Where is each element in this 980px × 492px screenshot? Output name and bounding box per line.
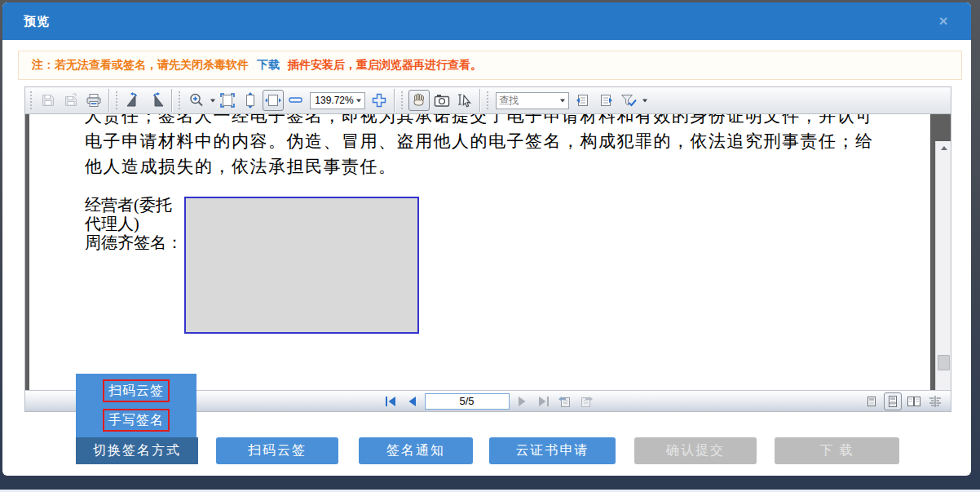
dialog-header: 预览 bbox=[2, 2, 971, 40]
page-navigation bbox=[382, 393, 594, 410]
antivirus-notice: 注：若无法查看或签名，请先关闭杀毒软件 下载 插件安装后，重启浏览器再进行查看。 bbox=[18, 51, 962, 80]
signature-label-line: 代理人) bbox=[85, 215, 183, 233]
toolbar-separator bbox=[394, 89, 395, 112]
preview-dialog: 预览 × 注：若无法查看或签名，请先关闭杀毒软件 下载 插件安装后，重启浏览器再… bbox=[2, 2, 971, 476]
popup-item-scan-cloud-sign[interactable]: 扫码云签 bbox=[103, 379, 170, 402]
toolbar-grip bbox=[178, 91, 181, 109]
fit-page-icon[interactable] bbox=[217, 90, 238, 111]
document-page: 人责任；签名人一经电子签名，即视为其承诺提交了电子申请材料和有效的身份证明文件，… bbox=[29, 114, 930, 392]
document-line: 他人造成损失的，依法承担民事责任。 bbox=[85, 154, 882, 180]
download-button: 下 载 bbox=[775, 437, 899, 464]
continuous-icon[interactable] bbox=[884, 392, 902, 410]
filter-icon[interactable] bbox=[618, 90, 639, 111]
find-result-next-icon[interactable] bbox=[595, 90, 616, 111]
scroll-up-icon[interactable] bbox=[936, 141, 951, 155]
print-icon[interactable] bbox=[83, 90, 104, 111]
save-as-icon[interactable] bbox=[60, 90, 82, 111]
hand-icon[interactable] bbox=[408, 90, 430, 111]
next-page-icon[interactable] bbox=[514, 394, 531, 409]
caret-down-icon[interactable] bbox=[355, 97, 362, 104]
fit-width-icon[interactable] bbox=[263, 90, 284, 111]
page-layout-switcher bbox=[863, 391, 944, 412]
scan-cloud-sign-button[interactable]: 扫码云签 bbox=[216, 437, 338, 464]
dialog-title: 预览 bbox=[24, 14, 50, 29]
notice-text: 注：若无法查看或签名，请先关闭杀毒软件 bbox=[32, 58, 249, 73]
single-page-icon[interactable] bbox=[863, 392, 881, 410]
select-icon[interactable] bbox=[454, 90, 475, 111]
signature-mode-popup: 扫码云签 手写签名 bbox=[76, 374, 196, 437]
find-combo[interactable] bbox=[496, 92, 569, 109]
signature-label-line: 经营者(委托 bbox=[85, 196, 183, 215]
facing-icon[interactable] bbox=[905, 392, 923, 410]
rotate-left-icon[interactable] bbox=[123, 90, 144, 111]
first-page-icon[interactable] bbox=[382, 394, 399, 409]
signature-notice-button[interactable]: 签名通知 bbox=[359, 437, 473, 464]
next-view-icon[interactable] bbox=[578, 394, 594, 409]
close-icon[interactable]: × bbox=[935, 13, 951, 29]
pdf-viewer: 人责任；签名人一经电子签名，即视为其承诺提交了电子申请材料和有效的身份证明文件，… bbox=[24, 86, 951, 412]
toolbar-separator bbox=[171, 89, 172, 112]
find-result-prev-icon[interactable] bbox=[572, 90, 594, 111]
page-indicator-input[interactable] bbox=[425, 393, 510, 410]
toolbar-grip bbox=[29, 91, 33, 109]
toolbar-grip bbox=[115, 91, 118, 109]
scrollbar-thumb[interactable] bbox=[938, 355, 950, 370]
pdf-toolbar bbox=[25, 87, 951, 114]
notice-text-suffix: 插件安装后，重启浏览器再进行查看。 bbox=[288, 58, 482, 73]
confirm-submit-button: 确认提交 bbox=[634, 437, 757, 464]
switch-signature-mode-button[interactable]: 切换签名方式 bbox=[76, 437, 198, 464]
signature-label: 经营者(委托 代理人) 周德齐签名： bbox=[85, 196, 183, 252]
caret-down-icon[interactable] bbox=[559, 97, 566, 104]
last-page-icon[interactable] bbox=[536, 394, 552, 409]
toolbar-separator bbox=[479, 89, 480, 112]
zoom-icon[interactable] bbox=[186, 90, 207, 111]
fit-height-icon[interactable] bbox=[240, 90, 261, 111]
previous-view-icon[interactable] bbox=[557, 394, 573, 409]
continuous-facing-icon[interactable] bbox=[926, 392, 944, 410]
toolbar-separator bbox=[108, 89, 109, 112]
prev-page-icon[interactable] bbox=[404, 394, 420, 409]
zoom-level-combo[interactable] bbox=[310, 92, 365, 109]
document-text: 人责任；签名人一经电子签名，即视为其承诺提交了电子申请材料和有效的身份证明文件，… bbox=[85, 114, 882, 180]
vertical-scrollbar[interactable] bbox=[935, 141, 951, 392]
caret-down-icon[interactable] bbox=[210, 97, 216, 104]
save-icon[interactable] bbox=[38, 90, 59, 111]
toolbar-grip bbox=[486, 91, 489, 109]
zoom-out-icon[interactable] bbox=[285, 90, 307, 111]
snapshot-icon[interactable] bbox=[431, 90, 452, 111]
document-area: 人责任；签名人一经电子签名，即视为其承诺提交了电子申请材料和有效的身份证明文件，… bbox=[25, 114, 951, 392]
rotate-right-icon[interactable] bbox=[146, 90, 167, 111]
zoom-in-icon[interactable] bbox=[369, 90, 390, 111]
toolbar-grip bbox=[400, 91, 404, 109]
document-line: 电子申请材料中的内容。伪造、冒用、盗用他人的电子签名，构成犯罪的，依法追究刑事责… bbox=[85, 129, 882, 154]
caret-down-icon[interactable] bbox=[642, 97, 648, 104]
document-line: 人责任；签名人一经电子签名，即视为其承诺提交了电子申请材料和有效的身份证明文件，… bbox=[85, 114, 882, 129]
zoom-level-input[interactable] bbox=[313, 95, 355, 106]
cloud-certificate-apply-button[interactable]: 云证书申请 bbox=[489, 437, 616, 464]
popup-item-handwritten-sign[interactable]: 手写签名 bbox=[103, 409, 170, 432]
find-input[interactable] bbox=[499, 95, 559, 106]
signature-field-box[interactable] bbox=[184, 197, 419, 334]
signature-label-line: 周德齐签名： bbox=[85, 233, 183, 252]
download-plugin-link[interactable]: 下载 bbox=[257, 58, 280, 73]
